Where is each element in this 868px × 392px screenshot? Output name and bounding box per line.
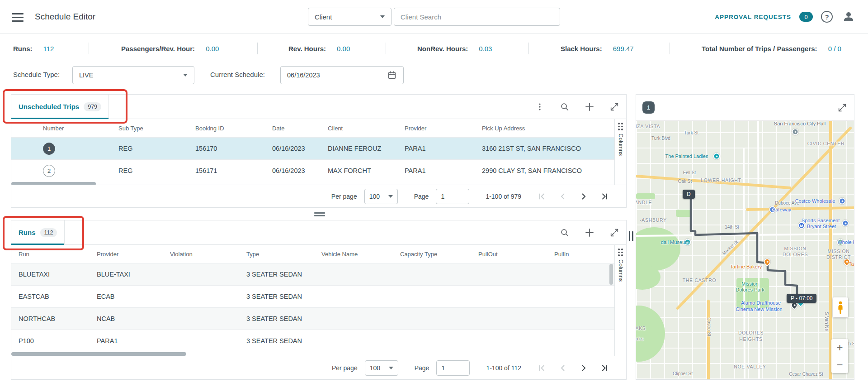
unscheduled-tabbar: Unscheduled Trips 979 (11, 95, 626, 119)
help-icon[interactable]: ? (821, 11, 833, 23)
next-page-icon[interactable] (578, 363, 589, 373)
table-cell: PARA1 (97, 330, 170, 352)
add-trip-icon[interactable] (584, 101, 595, 112)
unscheduled-trip-row[interactable]: 1REG15617006/16/2023DIANNE FEROUZPARA131… (11, 137, 614, 159)
pagination-controls (537, 363, 610, 373)
table-cell (170, 308, 246, 330)
search-icon[interactable] (559, 227, 570, 238)
table-cell: PARA1 (405, 138, 482, 159)
runs-toolbar (559, 220, 626, 244)
table-cell (478, 330, 554, 352)
prev-page-icon[interactable] (557, 191, 568, 202)
expand-panel-icon[interactable] (609, 101, 620, 112)
tab-runs[interactable]: Runs 112 (11, 220, 65, 244)
user-avatar-icon[interactable] (841, 9, 856, 24)
menu-icon[interactable] (12, 11, 24, 23)
pagination-controls (537, 191, 610, 202)
map-panel: 1 (636, 94, 854, 380)
table-cell (170, 286, 246, 307)
stat-rev-hours: Rev. Hours:0.00 (288, 33, 350, 63)
approval-requests-badge: 0 (799, 12, 813, 22)
columns-grid-icon[interactable] (618, 249, 623, 256)
pagination-range: 1-100 of 979 (486, 193, 521, 200)
current-schedule-date-field[interactable]: 06/16/2023 (280, 66, 404, 84)
expand-panel-icon[interactable] (609, 227, 620, 238)
expand-map-icon[interactable] (837, 102, 848, 113)
zoom-in-button[interactable]: + (831, 339, 848, 356)
first-page-icon[interactable] (537, 363, 547, 373)
map-run-badge: 1 (642, 101, 655, 114)
prev-page-icon[interactable] (557, 363, 568, 373)
schedule-controls: Schedule Type: LIVE Current Schedule: 06… (0, 63, 868, 87)
stat-divider (386, 43, 386, 54)
table-cell (321, 330, 400, 352)
table-cell: 06/16/2023 (272, 160, 328, 182)
trip-number-badge[interactable]: 2 (43, 165, 55, 177)
columns-grid-icon[interactable] (618, 123, 623, 130)
add-run-icon[interactable] (584, 227, 595, 238)
runs-count-badge: 112 (40, 228, 57, 237)
approval-requests-link[interactable]: APPROVAL REQUESTS (715, 14, 791, 20)
unscheduled-table-header: Number Sub Type Booking ID Date Client P… (11, 119, 614, 137)
runs-vertical-scrollbar[interactable] (609, 264, 613, 285)
run-row[interactable]: NORTHCABNCAB3 SEATER SEDAN (11, 307, 614, 330)
client-type-dropdown[interactable]: Client (308, 8, 392, 26)
runs-columns-strip: Columns (614, 245, 626, 356)
next-page-icon[interactable] (578, 191, 589, 202)
panel-resize-handle[interactable] (314, 211, 325, 218)
run-row[interactable]: BLUETAXIBLUE-TAXI3 SEATER SEDAN (11, 263, 614, 285)
map-topbar: 1 (636, 95, 854, 121)
run-row[interactable]: P100PARA13 SEATER SEDAN (11, 330, 614, 352)
client-type-dropdown-value: Client (315, 13, 332, 21)
table-cell: P100 (11, 330, 97, 352)
per-page-dropdown[interactable]: 100 (364, 189, 398, 204)
table-cell: 3 SEATER SEDAN (246, 330, 321, 352)
stat-slack-hours: Slack Hours:699.47 (561, 33, 634, 63)
per-page-dropdown[interactable]: 100 (365, 360, 398, 376)
chevron-down-icon (183, 74, 188, 76)
unscheduled-trips-panel: Unscheduled Trips 979 (11, 94, 627, 208)
route-stop-marker[interactable]: P - 07:00 (787, 294, 816, 303)
calendar-icon[interactable] (387, 70, 397, 80)
table-cell (321, 263, 400, 285)
page-number-input[interactable]: 1 (436, 360, 470, 376)
map-canvas[interactable]: M IZA VISTATurk BlvdTurk StSan Francisco… (636, 121, 854, 379)
table-cell (400, 330, 478, 352)
schedule-type-dropdown[interactable]: LIVE (72, 66, 194, 84)
table-cell (170, 330, 246, 352)
sports-basement-poi-icon (842, 220, 849, 227)
runs-panel: Runs 112 Run Provider Violat (11, 220, 627, 380)
search-icon[interactable] (559, 101, 570, 112)
map-resize-handle[interactable] (629, 231, 633, 241)
unscheduled-pagination: Per page 100 Page 1 1-100 of 979 (11, 185, 626, 207)
trip-number-badge[interactable]: 1 (43, 143, 55, 155)
run-row[interactable]: EASTCABECAB3 SEATER SEDAN (11, 285, 614, 307)
more-options-icon[interactable] (534, 101, 545, 112)
trip-number-cell: 1 (11, 138, 118, 159)
table-cell: PARA1 (405, 160, 482, 182)
table-cell: EASTCAB (11, 286, 97, 307)
tab-unscheduled-trips[interactable]: Unscheduled Trips 979 (11, 95, 109, 119)
table-cell (554, 330, 614, 352)
table-cell: MAX FORCHT (328, 160, 405, 182)
stat-total-trips-passengers: Total Number of Trips / Passengers:0 / 0 (702, 33, 841, 63)
page-number-input[interactable]: 1 (436, 189, 469, 204)
last-page-icon[interactable] (599, 363, 610, 373)
unscheduled-trip-row[interactable]: 2REG15617106/16/2023MAX FORCHTPARA12990 … (11, 159, 614, 182)
table-cell: DIANNE FEROUZ (328, 138, 405, 159)
pegman-icon[interactable] (833, 297, 848, 317)
whole-foods-poi-icon (837, 239, 844, 246)
table-cell (554, 263, 614, 285)
schedule-editor-app: Schedule Editor Client APPROVAL REQUESTS… (0, 0, 868, 392)
client-search-input[interactable] (394, 8, 560, 26)
columns-strip-label: Columns (618, 134, 624, 156)
runs-rows: BLUETAXIBLUE-TAXI3 SEATER SEDANEASTCABEC… (11, 263, 614, 352)
stat-nonrev-hours: NonRev. Hours:0.03 (417, 33, 492, 63)
route-start-marker[interactable]: D (683, 190, 695, 199)
table-cell: 3 SEATER SEDAN (246, 263, 321, 285)
zoom-out-button[interactable]: − (831, 356, 848, 373)
unscheduled-toolbar (534, 95, 626, 119)
last-page-icon[interactable] (599, 191, 610, 202)
runs-table: Run Provider Violation Type Vehicle Name… (11, 245, 626, 356)
first-page-icon[interactable] (537, 191, 547, 202)
